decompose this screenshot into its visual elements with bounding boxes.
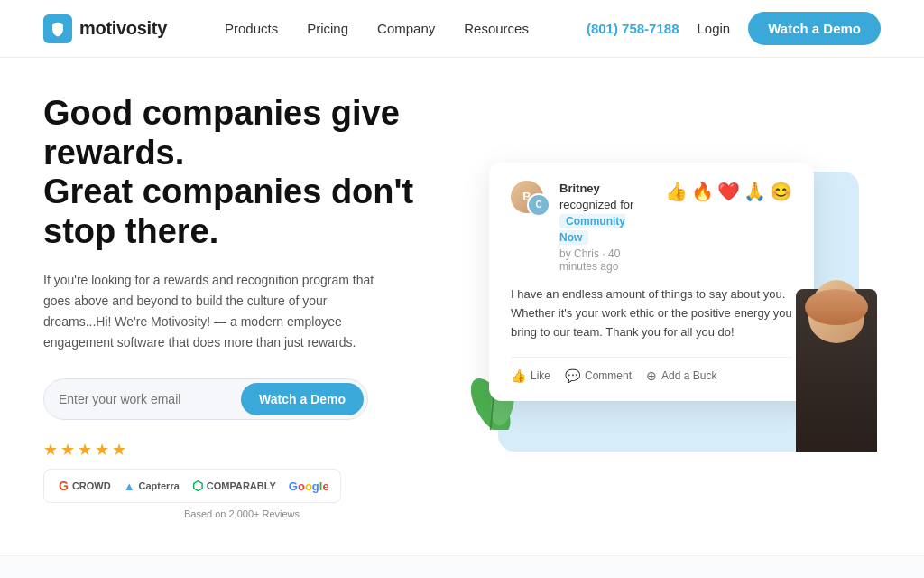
like-action[interactable]: 👍 Like [511,368,550,383]
card-header: B C Britney recognized for Community Now… [511,181,792,274]
hero-cta-button[interactable]: Watch a Demo [241,383,364,415]
logo[interactable]: motivosity [43,14,167,43]
logo-icon [43,14,72,43]
star-rating: ★ ★ ★ ★ ★ [43,440,440,460]
review-logos: G CROWD ▲ Capterra ⬡ COMPARABLY Google [43,469,341,503]
add-buck-action[interactable]: ⊕ Add a Buck [646,368,716,383]
nav-resources[interactable]: Resources [464,21,529,36]
nav-pricing[interactable]: Pricing [307,21,348,36]
nav-products[interactable]: Products [225,21,278,36]
companies-strip: e althEquity® ⊚ TOYOTA Chick-fil-A Maple… [0,555,924,578]
email-cta-row: Watch a Demo [43,378,368,420]
review-count: Based on 2,000+ Reviews [43,508,440,519]
google-logo: Google [289,480,329,493]
comparably-logo: ⬡ COMPARABLY [192,479,276,493]
card-username: Britney [559,182,600,195]
navbar: motivosity Products Pricing Company Reso… [0,0,924,58]
email-input[interactable] [59,387,241,412]
watch-demo-button[interactable]: Watch a Demo [748,12,881,45]
nav-links: Products Pricing Company Resources [225,21,529,36]
person-image [778,271,895,452]
capterra-logo: ▲ Capterra [124,480,180,493]
recognition-card-container: B C Britney recognized for Community Now… [489,163,868,452]
card-by: by Chris · 40 minutes ago [559,247,656,273]
avatar-stack: B C [511,181,550,217]
logo-text: motivosity [79,18,167,39]
reviews-section: ★ ★ ★ ★ ★ G CROWD ▲ Capterra ⬡ COMPARABL… [43,440,440,519]
emoji-reactions: 👍 🔥 ❤️ 🙏 😊 [665,181,792,202]
card-actions: 👍 Like 💬 Comment ⊕ Add a Buck [511,357,792,383]
nav-company[interactable]: Company [377,21,435,36]
recognition-tag: Community Now [559,214,625,245]
login-link[interactable]: Login [697,21,730,36]
hero-section: Good companies give rewards. Great compa… [0,58,924,546]
hero-right: B C Britney recognized for Community Now… [476,163,881,452]
card-message: I have an endless amount of things to sa… [511,285,792,341]
avatar-secondary: C [527,193,550,217]
g2-crowd-logo: G CROWD [59,479,111,493]
comment-action[interactable]: 💬 Comment [565,368,632,383]
hero-title: Good companies give rewards. Great compa… [43,94,440,252]
nav-right: (801) 758-7188 Login Watch a Demo [587,12,881,45]
card-meta: Britney recognized for Community Now by … [559,181,656,274]
hero-left: Good companies give rewards. Great compa… [43,94,440,519]
recognition-card: B C Britney recognized for Community Now… [489,163,814,401]
phone-link[interactable]: (801) 758-7188 [587,21,679,36]
hero-description: If you're looking for a rewards and reco… [43,270,377,353]
